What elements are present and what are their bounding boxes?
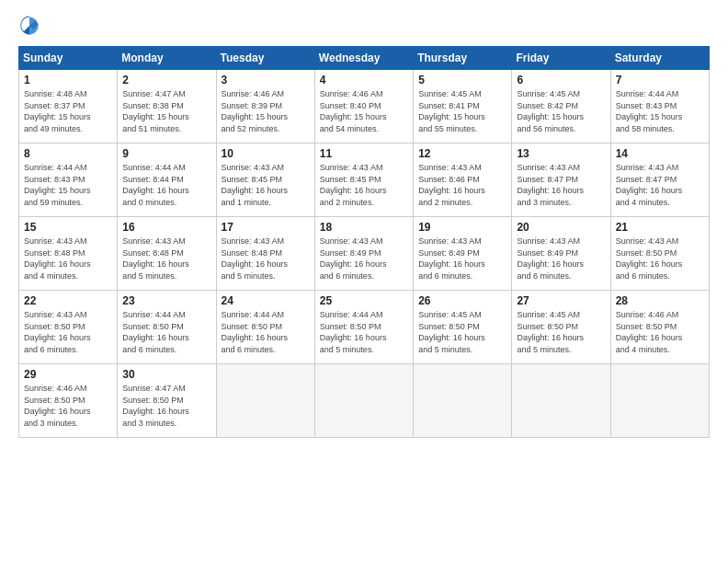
calendar-day-cell: 12Sunrise: 4:43 AM Sunset: 8:46 PM Dayli…	[414, 144, 512, 217]
calendar-day-cell: 9Sunrise: 4:44 AM Sunset: 8:44 PM Daylig…	[118, 144, 216, 217]
day-number: 30	[122, 368, 210, 381]
day-number: 23	[122, 294, 210, 307]
calendar-day-cell: 17Sunrise: 4:43 AM Sunset: 8:48 PM Dayli…	[216, 217, 314, 291]
calendar-day-cell: 4Sunrise: 4:46 AM Sunset: 8:40 PM Daylig…	[314, 70, 413, 144]
weekday-header: Thursday	[414, 47, 512, 70]
calendar-day-cell: 13Sunrise: 4:43 AM Sunset: 8:47 PM Dayli…	[512, 144, 610, 217]
calendar-day-cell: 24Sunrise: 4:44 AM Sunset: 8:50 PM Dayli…	[216, 291, 314, 364]
day-number: 26	[418, 294, 506, 307]
weekday-header: Saturday	[610, 47, 709, 70]
day-info: Sunrise: 4:46 AM Sunset: 8:40 PM Dayligh…	[320, 88, 408, 134]
day-info: Sunrise: 4:43 AM Sunset: 8:48 PM Dayligh…	[122, 236, 210, 282]
calendar-week-row: 1Sunrise: 4:48 AM Sunset: 8:37 PM Daylig…	[19, 70, 710, 144]
day-info: Sunrise: 4:43 AM Sunset: 8:46 PM Dayligh…	[418, 162, 506, 208]
calendar-day-cell: 18Sunrise: 4:43 AM Sunset: 8:49 PM Dayli…	[314, 217, 413, 291]
day-info: Sunrise: 4:43 AM Sunset: 8:49 PM Dayligh…	[320, 236, 408, 282]
day-info: Sunrise: 4:43 AM Sunset: 8:47 PM Dayligh…	[517, 162, 605, 208]
day-info: Sunrise: 4:44 AM Sunset: 8:50 PM Dayligh…	[320, 309, 408, 355]
calendar-day-cell: 28Sunrise: 4:46 AM Sunset: 8:50 PM Dayli…	[610, 291, 709, 364]
logo	[18, 15, 44, 37]
day-number: 15	[24, 221, 112, 234]
day-info: Sunrise: 4:43 AM Sunset: 8:45 PM Dayligh…	[222, 162, 310, 208]
day-info: Sunrise: 4:45 AM Sunset: 8:50 PM Dayligh…	[418, 309, 506, 355]
calendar-day-cell: 3Sunrise: 4:46 AM Sunset: 8:39 PM Daylig…	[216, 70, 314, 144]
calendar-header-row: SundayMondayTuesdayWednesdayThursdayFrid…	[19, 47, 710, 70]
calendar-day-cell	[414, 364, 512, 438]
day-info: Sunrise: 4:45 AM Sunset: 8:41 PM Dayligh…	[418, 88, 506, 134]
day-info: Sunrise: 4:44 AM Sunset: 8:44 PM Dayligh…	[122, 162, 210, 208]
calendar-day-cell	[314, 364, 413, 438]
calendar-day-cell: 20Sunrise: 4:43 AM Sunset: 8:49 PM Dayli…	[512, 217, 610, 291]
day-info: Sunrise: 4:43 AM Sunset: 8:50 PM Dayligh…	[24, 309, 112, 355]
day-number: 6	[517, 74, 605, 86]
day-info: Sunrise: 4:46 AM Sunset: 8:50 PM Dayligh…	[616, 309, 704, 355]
weekday-header: Friday	[512, 47, 610, 70]
day-info: Sunrise: 4:44 AM Sunset: 8:43 PM Dayligh…	[24, 162, 112, 208]
day-number: 21	[616, 221, 704, 234]
day-info: Sunrise: 4:43 AM Sunset: 8:50 PM Dayligh…	[616, 236, 704, 282]
day-info: Sunrise: 4:44 AM Sunset: 8:50 PM Dayligh…	[122, 309, 210, 355]
calendar-week-row: 22Sunrise: 4:43 AM Sunset: 8:50 PM Dayli…	[19, 291, 710, 364]
header	[18, 15, 710, 37]
day-info: Sunrise: 4:47 AM Sunset: 8:50 PM Dayligh…	[122, 383, 210, 429]
day-number: 19	[418, 221, 506, 234]
calendar-day-cell	[610, 364, 709, 438]
day-number: 29	[24, 368, 112, 381]
calendar-day-cell: 25Sunrise: 4:44 AM Sunset: 8:50 PM Dayli…	[314, 291, 413, 364]
day-info: Sunrise: 4:43 AM Sunset: 8:45 PM Dayligh…	[320, 162, 408, 208]
calendar-day-cell	[512, 364, 610, 438]
day-info: Sunrise: 4:43 AM Sunset: 8:47 PM Dayligh…	[616, 162, 704, 208]
day-info: Sunrise: 4:45 AM Sunset: 8:50 PM Dayligh…	[517, 309, 605, 355]
day-info: Sunrise: 4:43 AM Sunset: 8:48 PM Dayligh…	[222, 236, 310, 282]
calendar-day-cell: 26Sunrise: 4:45 AM Sunset: 8:50 PM Dayli…	[414, 291, 512, 364]
logo-icon	[18, 15, 40, 37]
day-number: 24	[222, 294, 310, 307]
page: SundayMondayTuesdayWednesdayThursdayFrid…	[0, 0, 728, 563]
day-number: 28	[616, 294, 704, 307]
calendar-day-cell: 2Sunrise: 4:47 AM Sunset: 8:38 PM Daylig…	[118, 70, 216, 144]
day-number: 14	[616, 147, 704, 160]
day-number: 13	[517, 147, 605, 160]
day-info: Sunrise: 4:43 AM Sunset: 8:49 PM Dayligh…	[418, 236, 506, 282]
day-number: 11	[320, 147, 408, 160]
calendar-day-cell: 16Sunrise: 4:43 AM Sunset: 8:48 PM Dayli…	[118, 217, 216, 291]
day-number: 12	[418, 147, 506, 160]
day-info: Sunrise: 4:46 AM Sunset: 8:50 PM Dayligh…	[24, 383, 112, 429]
day-number: 9	[122, 147, 210, 160]
day-number: 20	[517, 221, 605, 234]
calendar-day-cell: 14Sunrise: 4:43 AM Sunset: 8:47 PM Dayli…	[610, 144, 709, 217]
weekday-header: Tuesday	[216, 47, 314, 70]
day-number: 16	[122, 221, 210, 234]
calendar-day-cell: 7Sunrise: 4:44 AM Sunset: 8:43 PM Daylig…	[610, 70, 709, 144]
day-number: 2	[122, 74, 210, 86]
day-info: Sunrise: 4:44 AM Sunset: 8:43 PM Dayligh…	[616, 88, 704, 134]
day-number: 22	[24, 294, 112, 307]
day-number: 18	[320, 221, 408, 234]
calendar-day-cell: 11Sunrise: 4:43 AM Sunset: 8:45 PM Dayli…	[314, 144, 413, 217]
calendar-week-row: 15Sunrise: 4:43 AM Sunset: 8:48 PM Dayli…	[19, 217, 710, 291]
weekday-header: Wednesday	[314, 47, 413, 70]
day-number: 27	[517, 294, 605, 307]
day-info: Sunrise: 4:43 AM Sunset: 8:48 PM Dayligh…	[24, 236, 112, 282]
calendar-day-cell: 8Sunrise: 4:44 AM Sunset: 8:43 PM Daylig…	[19, 144, 118, 217]
day-info: Sunrise: 4:43 AM Sunset: 8:49 PM Dayligh…	[517, 236, 605, 282]
day-number: 8	[24, 147, 112, 160]
day-number: 25	[320, 294, 408, 307]
calendar-week-row: 29Sunrise: 4:46 AM Sunset: 8:50 PM Dayli…	[19, 364, 710, 438]
calendar-day-cell: 10Sunrise: 4:43 AM Sunset: 8:45 PM Dayli…	[216, 144, 314, 217]
day-info: Sunrise: 4:47 AM Sunset: 8:38 PM Dayligh…	[122, 88, 210, 134]
day-number: 3	[222, 74, 310, 86]
calendar-week-row: 8Sunrise: 4:44 AM Sunset: 8:43 PM Daylig…	[19, 144, 710, 217]
calendar-table: SundayMondayTuesdayWednesdayThursdayFrid…	[18, 46, 710, 438]
day-info: Sunrise: 4:45 AM Sunset: 8:42 PM Dayligh…	[517, 88, 605, 134]
day-number: 10	[222, 147, 310, 160]
day-info: Sunrise: 4:46 AM Sunset: 8:39 PM Dayligh…	[222, 88, 310, 134]
calendar-day-cell: 27Sunrise: 4:45 AM Sunset: 8:50 PM Dayli…	[512, 291, 610, 364]
day-number: 5	[418, 74, 506, 86]
calendar-day-cell: 5Sunrise: 4:45 AM Sunset: 8:41 PM Daylig…	[414, 70, 512, 144]
day-info: Sunrise: 4:48 AM Sunset: 8:37 PM Dayligh…	[24, 88, 112, 134]
calendar-day-cell: 15Sunrise: 4:43 AM Sunset: 8:48 PM Dayli…	[19, 217, 118, 291]
calendar-day-cell: 21Sunrise: 4:43 AM Sunset: 8:50 PM Dayli…	[610, 217, 709, 291]
calendar-day-cell: 22Sunrise: 4:43 AM Sunset: 8:50 PM Dayli…	[19, 291, 118, 364]
calendar-day-cell: 23Sunrise: 4:44 AM Sunset: 8:50 PM Dayli…	[118, 291, 216, 364]
